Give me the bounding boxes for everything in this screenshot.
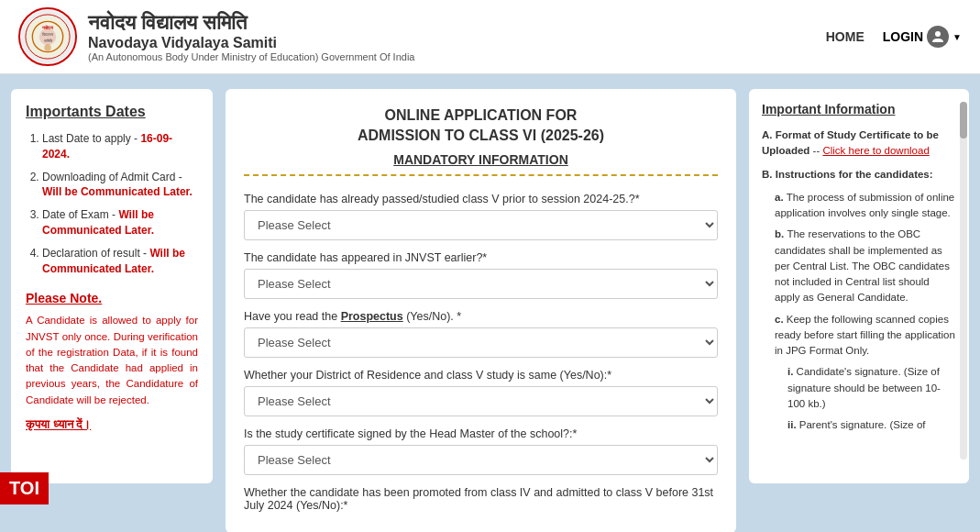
dates-list: Last Date to apply - 16-09-2024. Downloa… bbox=[26, 131, 198, 276]
right-panel: Important Information A. Format of Study… bbox=[749, 89, 969, 483]
list-item: Downloading of Admit Card - Will be Comm… bbox=[42, 170, 198, 201]
login-button[interactable]: LOGIN ▼ bbox=[883, 26, 962, 48]
sub-sub-section: i. Candidate's signature. (Size of signa… bbox=[775, 364, 956, 433]
svg-point-6 bbox=[44, 44, 50, 50]
question-3-text: Have you read the Prospectus (Yes/No). * bbox=[244, 310, 718, 323]
question-1: The candidate has already passed/studied… bbox=[244, 193, 718, 240]
date-value: Will be Communicated Later. bbox=[42, 185, 193, 198]
scrollbar-thumb[interactable] bbox=[960, 102, 967, 139]
svg-text:विद्यालय: विद्यालय bbox=[41, 32, 54, 37]
sub-section-a: a. The process of submission of online a… bbox=[762, 190, 956, 434]
please-note-title: Please Note. bbox=[26, 291, 198, 305]
question-2-text: The candidate has appeared in JNVST earl… bbox=[244, 251, 718, 264]
list-item: Last Date to apply - 16-09-2024. bbox=[42, 131, 198, 162]
svg-text:समिति: समिति bbox=[43, 39, 53, 43]
section-a-text: Format of Study Certificate to be Upload… bbox=[762, 129, 939, 156]
home-link[interactable]: HOME bbox=[826, 29, 864, 44]
download-link[interactable]: Click here to download bbox=[822, 145, 929, 156]
svg-point-7 bbox=[935, 31, 941, 37]
org-logo: नवोदय विद्यालय समिति bbox=[18, 7, 77, 66]
date-label: Declaration of result - bbox=[42, 247, 149, 260]
question-5: Is the study certificate signed by the H… bbox=[244, 427, 718, 475]
middle-panel: ONLINE APPLICATION FOR ADMISSION TO CLAS… bbox=[226, 89, 736, 532]
left-panel: Importants Dates Last Date to apply - 16… bbox=[11, 89, 213, 483]
mandatory-title: MANDATORY INFORMATION bbox=[244, 152, 718, 176]
svg-text:नवोदय: नवोदय bbox=[41, 25, 54, 30]
date-label: Date of Exam - bbox=[42, 208, 118, 221]
question-1-text: The candidate has already passed/studied… bbox=[244, 193, 718, 205]
org-name-hindi: नवोदय विद्यालय समिति bbox=[88, 11, 414, 35]
section-b-title: Instructions for the candidates: bbox=[776, 169, 933, 180]
application-title: ONLINE APPLICATION FOR ADMISSION TO CLAS… bbox=[244, 105, 718, 147]
question-3-select[interactable]: Please Select Yes No bbox=[244, 327, 718, 358]
hindi-note: कृपया ध्यान दें। bbox=[26, 417, 198, 432]
question-2: The candidate has appeared in JNVST earl… bbox=[244, 251, 718, 299]
scrollbar[interactable] bbox=[960, 102, 967, 460]
section-b-label: B. bbox=[762, 169, 776, 180]
org-subtitle: (An Autonomous Body Under Ministry of Ed… bbox=[88, 51, 414, 62]
toi-badge: TOI bbox=[0, 472, 49, 504]
important-information-title: Important Information bbox=[762, 102, 956, 116]
user-icon bbox=[927, 26, 949, 48]
three-column-layout: Importants Dates Last Date to apply - 16… bbox=[11, 89, 969, 532]
question-6: Whether the candidate has been promoted … bbox=[244, 486, 718, 512]
question-4: Whether your District of Residence and c… bbox=[244, 369, 718, 416]
dropdown-arrow-icon: ▼ bbox=[952, 32, 962, 42]
section-a-label: A. bbox=[762, 129, 776, 140]
logo-area: नवोदय विद्यालय समिति नवोदय विद्यालय समित… bbox=[18, 7, 414, 66]
question-4-select[interactable]: Please Select Yes No bbox=[244, 386, 718, 416]
date-label: Downloading of Admit Card - bbox=[42, 171, 182, 183]
question-4-text: Whether your District of Residence and c… bbox=[244, 369, 718, 382]
date-label: Last Date to apply - bbox=[42, 132, 140, 145]
list-item: Declaration of result - Will be Communic… bbox=[42, 246, 198, 277]
question-5-select[interactable]: Please Select Yes No bbox=[244, 445, 718, 475]
question-1-select[interactable]: Please Select Yes No bbox=[244, 210, 718, 240]
important-dates-title: Importants Dates bbox=[26, 104, 198, 120]
question-2-select[interactable]: Please Select Yes No bbox=[244, 269, 718, 299]
question-6-text: Whether the candidate has been promoted … bbox=[244, 486, 718, 512]
info-section-a: A. Format of Study Certificate to be Upl… bbox=[762, 127, 956, 433]
header: नवोदय विद्यालय समिति नवोदय विद्यालय समित… bbox=[0, 0, 980, 74]
org-name-english: Navodaya Vidyalaya Samiti bbox=[88, 35, 414, 51]
nav-right: HOME LOGIN ▼ bbox=[826, 26, 962, 48]
org-name-block: नवोदय विद्यालय समिति Navodaya Vidyalaya … bbox=[88, 11, 414, 62]
please-note-text: A Candidate is allowed to apply for JNVS… bbox=[26, 313, 198, 408]
question-5-text: Is the study certificate signed by the H… bbox=[244, 427, 718, 440]
nav-login-label: LOGIN bbox=[883, 29, 923, 44]
main-content: Importants Dates Last Date to apply - 16… bbox=[0, 74, 980, 532]
list-item: Date of Exam - Will be Communicated Late… bbox=[42, 207, 198, 238]
question-3: Have you read the Prospectus (Yes/No). *… bbox=[244, 310, 718, 358]
